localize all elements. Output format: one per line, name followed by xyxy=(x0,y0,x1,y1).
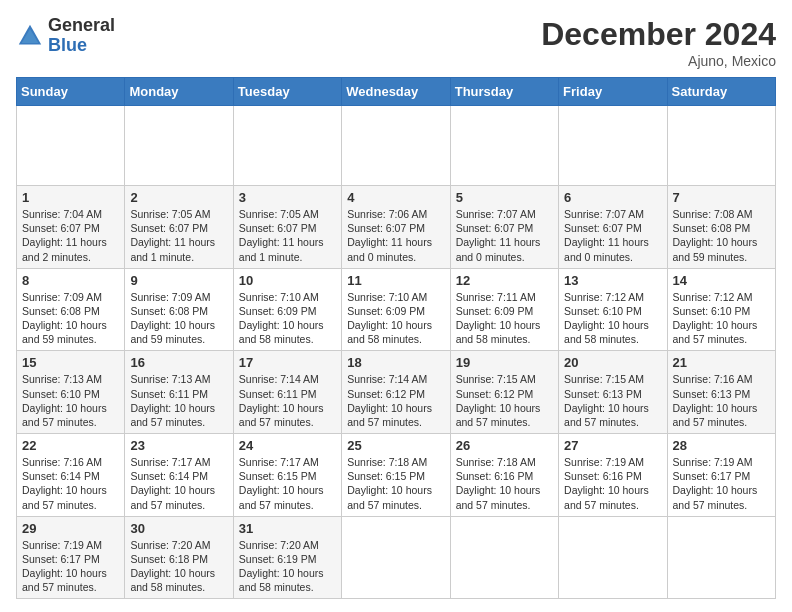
day-number: 9 xyxy=(130,273,227,288)
sunset-text: Sunset: 6:13 PM xyxy=(673,388,751,400)
day-number: 3 xyxy=(239,190,336,205)
calendar-cell: 3 Sunrise: 7:05 AM Sunset: 6:07 PM Dayli… xyxy=(233,186,341,269)
daylight-text: Daylight: 10 hours and 57 minutes. xyxy=(673,402,758,428)
sunrise-text: Sunrise: 7:10 AM xyxy=(347,291,427,303)
logo-general-text: General xyxy=(48,16,115,36)
day-number: 18 xyxy=(347,355,444,370)
sunrise-text: Sunrise: 7:17 AM xyxy=(130,456,210,468)
day-number: 16 xyxy=(130,355,227,370)
day-info: Sunrise: 7:05 AM Sunset: 6:07 PM Dayligh… xyxy=(239,207,336,264)
day-number: 5 xyxy=(456,190,553,205)
sunrise-text: Sunrise: 7:14 AM xyxy=(347,373,427,385)
day-number: 7 xyxy=(673,190,770,205)
sunset-text: Sunset: 6:15 PM xyxy=(347,470,425,482)
sunrise-text: Sunrise: 7:20 AM xyxy=(130,539,210,551)
sunset-text: Sunset: 6:07 PM xyxy=(564,222,642,234)
logo-icon xyxy=(16,22,44,50)
day-info: Sunrise: 7:07 AM Sunset: 6:07 PM Dayligh… xyxy=(564,207,661,264)
calendar-cell xyxy=(450,106,558,186)
daylight-text: Daylight: 11 hours and 2 minutes. xyxy=(22,236,107,262)
sunrise-text: Sunrise: 7:13 AM xyxy=(22,373,102,385)
day-info: Sunrise: 7:16 AM Sunset: 6:14 PM Dayligh… xyxy=(22,455,119,512)
daylight-text: Daylight: 10 hours and 57 minutes. xyxy=(564,484,649,510)
sunset-text: Sunset: 6:13 PM xyxy=(564,388,642,400)
calendar-cell: 11 Sunrise: 7:10 AM Sunset: 6:09 PM Dayl… xyxy=(342,268,450,351)
sunset-text: Sunset: 6:09 PM xyxy=(239,305,317,317)
day-info: Sunrise: 7:09 AM Sunset: 6:08 PM Dayligh… xyxy=(22,290,119,347)
sunset-text: Sunset: 6:11 PM xyxy=(130,388,208,400)
day-info: Sunrise: 7:18 AM Sunset: 6:15 PM Dayligh… xyxy=(347,455,444,512)
calendar-cell: 1 Sunrise: 7:04 AM Sunset: 6:07 PM Dayli… xyxy=(17,186,125,269)
daylight-text: Daylight: 11 hours and 1 minute. xyxy=(130,236,215,262)
calendar-cell: 25 Sunrise: 7:18 AM Sunset: 6:15 PM Dayl… xyxy=(342,434,450,517)
day-number: 24 xyxy=(239,438,336,453)
calendar-cell: 7 Sunrise: 7:08 AM Sunset: 6:08 PM Dayli… xyxy=(667,186,775,269)
sunrise-text: Sunrise: 7:09 AM xyxy=(22,291,102,303)
sunrise-text: Sunrise: 7:10 AM xyxy=(239,291,319,303)
calendar-cell: 15 Sunrise: 7:13 AM Sunset: 6:10 PM Dayl… xyxy=(17,351,125,434)
day-info: Sunrise: 7:12 AM Sunset: 6:10 PM Dayligh… xyxy=(564,290,661,347)
day-number: 29 xyxy=(22,521,119,536)
sunset-text: Sunset: 6:12 PM xyxy=(456,388,534,400)
col-tuesday: Tuesday xyxy=(233,78,341,106)
calendar-cell: 10 Sunrise: 7:10 AM Sunset: 6:09 PM Dayl… xyxy=(233,268,341,351)
day-number: 11 xyxy=(347,273,444,288)
sunrise-text: Sunrise: 7:15 AM xyxy=(564,373,644,385)
calendar-cell: 17 Sunrise: 7:14 AM Sunset: 6:11 PM Dayl… xyxy=(233,351,341,434)
day-number: 26 xyxy=(456,438,553,453)
calendar-cell xyxy=(667,516,775,599)
sunset-text: Sunset: 6:10 PM xyxy=(673,305,751,317)
daylight-text: Daylight: 10 hours and 57 minutes. xyxy=(673,484,758,510)
day-number: 2 xyxy=(130,190,227,205)
calendar-header-row: Sunday Monday Tuesday Wednesday Thursday… xyxy=(17,78,776,106)
logo-blue-text: Blue xyxy=(48,36,115,56)
sunrise-text: Sunrise: 7:16 AM xyxy=(22,456,102,468)
sunset-text: Sunset: 6:07 PM xyxy=(130,222,208,234)
daylight-text: Daylight: 10 hours and 57 minutes. xyxy=(564,402,649,428)
day-info: Sunrise: 7:17 AM Sunset: 6:14 PM Dayligh… xyxy=(130,455,227,512)
calendar-cell: 27 Sunrise: 7:19 AM Sunset: 6:16 PM Dayl… xyxy=(559,434,667,517)
day-number: 27 xyxy=(564,438,661,453)
calendar-cell: 28 Sunrise: 7:19 AM Sunset: 6:17 PM Dayl… xyxy=(667,434,775,517)
day-info: Sunrise: 7:13 AM Sunset: 6:10 PM Dayligh… xyxy=(22,372,119,429)
title-area: December 2024 Ajuno, Mexico xyxy=(541,16,776,69)
calendar-week-5: 22 Sunrise: 7:16 AM Sunset: 6:14 PM Dayl… xyxy=(17,434,776,517)
daylight-text: Daylight: 11 hours and 0 minutes. xyxy=(456,236,541,262)
logo: General Blue xyxy=(16,16,115,56)
sunrise-text: Sunrise: 7:19 AM xyxy=(564,456,644,468)
day-info: Sunrise: 7:20 AM Sunset: 6:18 PM Dayligh… xyxy=(130,538,227,595)
calendar-cell: 12 Sunrise: 7:11 AM Sunset: 6:09 PM Dayl… xyxy=(450,268,558,351)
calendar-week-4: 15 Sunrise: 7:13 AM Sunset: 6:10 PM Dayl… xyxy=(17,351,776,434)
day-number: 1 xyxy=(22,190,119,205)
col-thursday: Thursday xyxy=(450,78,558,106)
calendar-cell: 2 Sunrise: 7:05 AM Sunset: 6:07 PM Dayli… xyxy=(125,186,233,269)
sunrise-text: Sunrise: 7:18 AM xyxy=(347,456,427,468)
day-info: Sunrise: 7:05 AM Sunset: 6:07 PM Dayligh… xyxy=(130,207,227,264)
day-info: Sunrise: 7:17 AM Sunset: 6:15 PM Dayligh… xyxy=(239,455,336,512)
daylight-text: Daylight: 10 hours and 59 minutes. xyxy=(673,236,758,262)
sunset-text: Sunset: 6:15 PM xyxy=(239,470,317,482)
day-info: Sunrise: 7:16 AM Sunset: 6:13 PM Dayligh… xyxy=(673,372,770,429)
day-number: 15 xyxy=(22,355,119,370)
sunrise-text: Sunrise: 7:20 AM xyxy=(239,539,319,551)
col-friday: Friday xyxy=(559,78,667,106)
day-info: Sunrise: 7:08 AM Sunset: 6:08 PM Dayligh… xyxy=(673,207,770,264)
day-info: Sunrise: 7:06 AM Sunset: 6:07 PM Dayligh… xyxy=(347,207,444,264)
daylight-text: Daylight: 10 hours and 58 minutes. xyxy=(239,567,324,593)
calendar-cell: 9 Sunrise: 7:09 AM Sunset: 6:08 PM Dayli… xyxy=(125,268,233,351)
sunrise-text: Sunrise: 7:09 AM xyxy=(130,291,210,303)
day-info: Sunrise: 7:13 AM Sunset: 6:11 PM Dayligh… xyxy=(130,372,227,429)
sunrise-text: Sunrise: 7:19 AM xyxy=(673,456,753,468)
day-number: 10 xyxy=(239,273,336,288)
daylight-text: Daylight: 10 hours and 58 minutes. xyxy=(564,319,649,345)
sunrise-text: Sunrise: 7:07 AM xyxy=(456,208,536,220)
daylight-text: Daylight: 11 hours and 0 minutes. xyxy=(564,236,649,262)
daylight-text: Daylight: 11 hours and 0 minutes. xyxy=(347,236,432,262)
sunset-text: Sunset: 6:07 PM xyxy=(347,222,425,234)
daylight-text: Daylight: 10 hours and 57 minutes. xyxy=(456,484,541,510)
sunrise-text: Sunrise: 7:18 AM xyxy=(456,456,536,468)
day-number: 14 xyxy=(673,273,770,288)
day-info: Sunrise: 7:19 AM Sunset: 6:16 PM Dayligh… xyxy=(564,455,661,512)
day-info: Sunrise: 7:14 AM Sunset: 6:12 PM Dayligh… xyxy=(347,372,444,429)
calendar-cell: 20 Sunrise: 7:15 AM Sunset: 6:13 PM Dayl… xyxy=(559,351,667,434)
